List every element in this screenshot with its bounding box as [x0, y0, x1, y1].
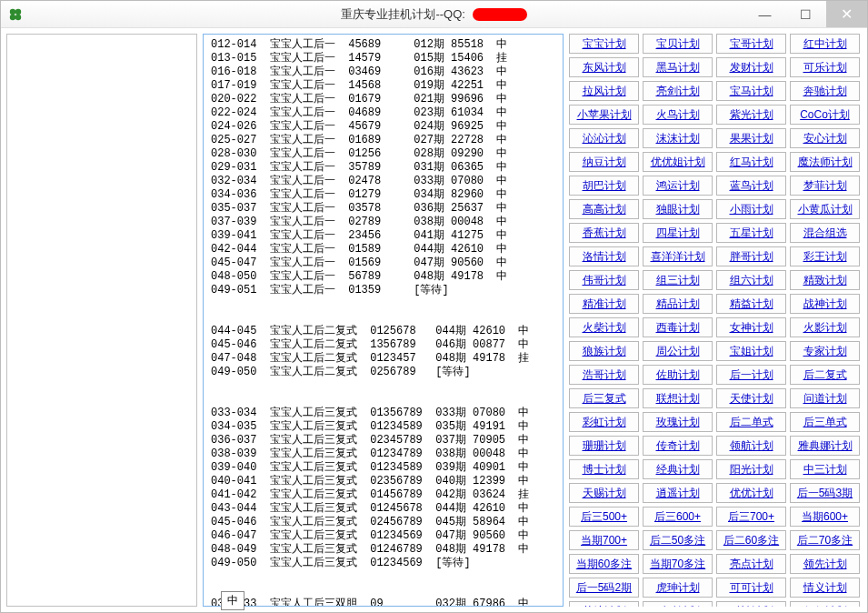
- plan-link[interactable]: 混合组选: [790, 223, 860, 243]
- plan-link[interactable]: 领先计划: [790, 554, 860, 574]
- plan-link[interactable]: 紫光计划: [716, 105, 786, 125]
- plan-link[interactable]: 精准计划: [569, 294, 639, 314]
- plan-link[interactable]: 奔驰计划: [790, 81, 860, 101]
- plan-link[interactable]: 荷塘计划: [569, 601, 639, 607]
- plan-link[interactable]: 安心计划: [790, 128, 860, 148]
- plan-link[interactable]: 五星计划: [716, 223, 786, 243]
- plan-link[interactable]: 玫瑰计划: [643, 412, 713, 432]
- plan-link[interactable]: 沫沫计划: [643, 128, 713, 148]
- plan-link[interactable]: 后一5码2期: [569, 578, 639, 598]
- plan-link[interactable]: 仔仔计划: [790, 601, 860, 607]
- plan-link[interactable]: 魔法师计划: [790, 152, 860, 172]
- plan-link[interactable]: 佐助计划: [643, 365, 713, 385]
- maximize-button[interactable]: ☐: [785, 1, 826, 27]
- plan-link[interactable]: CoCo计划: [790, 105, 860, 125]
- plan-link[interactable]: 红中计划: [790, 34, 860, 54]
- plan-link[interactable]: 精致计划: [790, 270, 860, 290]
- plan-link[interactable]: 博士计划: [569, 459, 639, 479]
- plan-link[interactable]: 后二70多注: [790, 530, 860, 550]
- plan-link[interactable]: 战神计划: [790, 294, 860, 314]
- plan-link[interactable]: 可乐计划: [790, 57, 860, 77]
- plan-link[interactable]: 中三计划: [790, 459, 860, 479]
- plan-link[interactable]: 果果计划: [716, 128, 786, 148]
- close-button[interactable]: ✕: [826, 1, 867, 27]
- plan-link[interactable]: 组三计划: [643, 270, 713, 290]
- plan-link[interactable]: 当期70多注: [643, 554, 713, 574]
- plan-link[interactable]: 四星计划: [643, 223, 713, 243]
- plan-link[interactable]: 香蕉计划: [569, 223, 639, 243]
- plan-link[interactable]: 独眼计划: [643, 199, 713, 219]
- plan-link[interactable]: 天使计划: [716, 388, 786, 408]
- plan-link[interactable]: 当期60多注: [569, 554, 639, 574]
- plan-link[interactable]: 可可计划: [716, 578, 786, 598]
- plan-link[interactable]: 彩虹计划: [569, 412, 639, 432]
- plan-link[interactable]: 伟哥计划: [569, 270, 639, 290]
- plan-link[interactable]: 宝马计划: [716, 81, 786, 101]
- plan-link[interactable]: 后二60多注: [716, 530, 786, 550]
- plan-link[interactable]: 当期600+: [790, 507, 860, 527]
- plan-link[interactable]: 黑马计划: [643, 57, 713, 77]
- plan-link[interactable]: 纳豆计划: [569, 152, 639, 172]
- plan-link[interactable]: 后三600+: [643, 507, 713, 527]
- plan-link[interactable]: 拉风计划: [569, 81, 639, 101]
- plan-link[interactable]: 红马计划: [716, 152, 786, 172]
- plan-link[interactable]: 东风计划: [569, 57, 639, 77]
- plan-link[interactable]: 小雨计划: [716, 199, 786, 219]
- plan-link[interactable]: 狼族计划: [569, 341, 639, 361]
- plan-link[interactable]: 后二50多注: [643, 530, 713, 550]
- plan-link[interactable]: 天赐计划: [569, 483, 639, 503]
- plan-link[interactable]: 梦菲计划: [790, 176, 860, 196]
- plan-link[interactable]: 后三单式: [790, 412, 860, 432]
- plan-link[interactable]: 高高计划: [569, 199, 639, 219]
- plan-link[interactable]: 火鸟计划: [643, 105, 713, 125]
- plan-link[interactable]: 传奇计划: [643, 436, 713, 456]
- plan-link[interactable]: 情义计划: [790, 578, 860, 598]
- plan-link[interactable]: 蓝鸟计划: [716, 176, 786, 196]
- minimize-button[interactable]: —: [744, 1, 785, 27]
- plan-link[interactable]: 精益计划: [716, 294, 786, 314]
- plan-link[interactable]: 小苹果计划: [569, 105, 639, 125]
- plan-link[interactable]: 周公计划: [643, 341, 713, 361]
- plan-link[interactable]: 孤独计划: [643, 601, 713, 607]
- plan-link[interactable]: 精品计划: [643, 294, 713, 314]
- plan-link[interactable]: 虎珅计划: [643, 578, 713, 598]
- plan-link[interactable]: 专家计划: [790, 341, 860, 361]
- plan-link[interactable]: 优优计划: [716, 483, 786, 503]
- plan-link[interactable]: 宝贝计划: [643, 34, 713, 54]
- plan-link[interactable]: 财神计划: [716, 601, 786, 607]
- plan-link[interactable]: 亮点计划: [716, 554, 786, 574]
- plan-link[interactable]: 问道计划: [790, 388, 860, 408]
- plan-link[interactable]: 喜洋洋计划: [643, 246, 713, 266]
- plan-link[interactable]: 浩哥计划: [569, 365, 639, 385]
- plan-link[interactable]: 彩王计划: [790, 246, 860, 266]
- plan-link[interactable]: 发财计划: [716, 57, 786, 77]
- log-pane[interactable]: 012-014 宝宝人工后一 45689 012期 85518 中 013-01…: [203, 34, 564, 607]
- plan-link[interactable]: 后三500+: [569, 507, 639, 527]
- plan-link[interactable]: 女神计划: [716, 317, 786, 337]
- plan-link[interactable]: 当期700+: [569, 530, 639, 550]
- plan-link[interactable]: 优优姐计划: [643, 152, 713, 172]
- plan-link[interactable]: 鸿运计划: [643, 176, 713, 196]
- plan-link[interactable]: 西毒计划: [643, 317, 713, 337]
- plan-link[interactable]: 后一5码3期: [790, 483, 860, 503]
- plan-link[interactable]: 宝宝计划: [569, 34, 639, 54]
- plan-link[interactable]: 经典计划: [643, 459, 713, 479]
- plan-link[interactable]: 组六计划: [716, 270, 786, 290]
- plan-link[interactable]: 领航计划: [716, 436, 786, 456]
- plan-link[interactable]: 珊珊计划: [569, 436, 639, 456]
- plan-link[interactable]: 沁沁计划: [569, 128, 639, 148]
- plan-link[interactable]: 胡巴计划: [569, 176, 639, 196]
- plan-link[interactable]: 后二复式: [790, 365, 860, 385]
- plan-link[interactable]: 火柴计划: [569, 317, 639, 337]
- plan-link[interactable]: 逍遥计划: [643, 483, 713, 503]
- plan-link[interactable]: 洛情计划: [569, 246, 639, 266]
- plan-link[interactable]: 联想计划: [643, 388, 713, 408]
- plan-link[interactable]: 后三700+: [716, 507, 786, 527]
- plan-link[interactable]: 阳光计划: [716, 459, 786, 479]
- plan-link[interactable]: 火影计划: [790, 317, 860, 337]
- plan-link[interactable]: 胖哥计划: [716, 246, 786, 266]
- plan-link[interactable]: 亮剑计划: [643, 81, 713, 101]
- plan-link[interactable]: 雅典娜计划: [790, 436, 860, 456]
- plan-link[interactable]: 后二单式: [716, 412, 786, 432]
- plan-link[interactable]: 宝哥计划: [716, 34, 786, 54]
